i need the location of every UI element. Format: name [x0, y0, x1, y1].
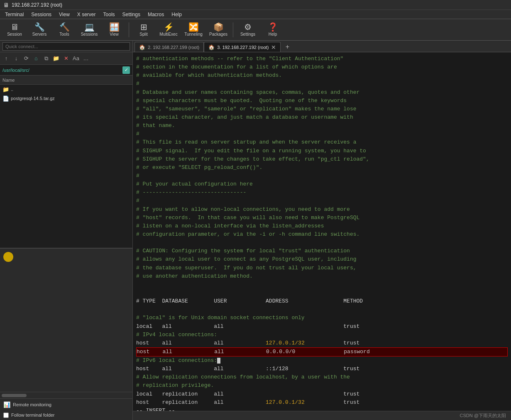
- status-text: CSDN @下雨天的太阳: [460, 413, 506, 419]
- term-line: # SIGHUP the server for the changes to t…: [136, 155, 508, 164]
- term-line: # Allow replication connections from loc…: [136, 373, 508, 381]
- toolbar-split[interactable]: ⊞ Split: [132, 21, 155, 39]
- follow-terminal-checkbox[interactable]: [3, 413, 9, 418]
- term-line: #: [136, 197, 508, 205]
- file-row-postgres[interactable]: 📄 postgresql-14.5.tar.gz: [0, 94, 132, 103]
- menu-terminal[interactable]: Terminal: [2, 11, 27, 18]
- toolbar-settings[interactable]: ⚙ Settings: [237, 21, 259, 39]
- toolbar-tunneling[interactable]: 🔀 Tunneling: [182, 21, 205, 39]
- term-line: host all all ::1/128 trust: [136, 365, 508, 373]
- hscroll-bar[interactable]: [2, 394, 27, 397]
- term-line: # available for which authentication met…: [136, 71, 508, 80]
- toolbar-sessions[interactable]: 💻 Sessions: [78, 21, 100, 39]
- toolbar-packages[interactable]: 📦 Packages: [207, 21, 230, 39]
- file-toolbar: ↑ ↓ ⟳ ⌂ ⧉ 📁 ✕ Aa …: [0, 52, 132, 65]
- multiexec-label: MultiExec: [159, 32, 177, 37]
- menu-macros[interactable]: Macros: [144, 11, 167, 18]
- menu-settings[interactable]: Settings: [119, 11, 144, 18]
- settings-icon: ⚙: [244, 23, 252, 31]
- toolbar-session[interactable]: 🖥 Session: [3, 21, 26, 39]
- menu-sessions[interactable]: Sessions: [28, 11, 55, 18]
- file-row-parent[interactable]: 📁 ..: [0, 85, 132, 94]
- follow-terminal-label: Follow terminal folder: [11, 413, 55, 418]
- term-line: # Database and user names containing spa…: [136, 88, 508, 97]
- file-up-btn[interactable]: ↑: [2, 54, 11, 63]
- left-panel: ↑ ↓ ⟳ ⌂ ⧉ 📁 ✕ Aa … ✓ Name 📁 .. 📄: [0, 41, 133, 420]
- file-home-btn[interactable]: ⌂: [32, 54, 41, 63]
- term-line: # its special character, and just match …: [136, 113, 508, 122]
- term-line: # listen on a non-local interface via th…: [136, 222, 508, 230]
- tunneling-label: Tunneling: [184, 32, 203, 37]
- toolbar-sep2: [233, 22, 233, 37]
- term-line: # authentication methods -- refer to the…: [136, 55, 508, 63]
- path-ok-btn[interactable]: ✓: [122, 66, 130, 74]
- split-icon: ⊞: [140, 23, 147, 31]
- menu-xserver[interactable]: X server: [74, 11, 99, 18]
- term-line: # special characters must be quoted. Quo…: [136, 97, 508, 105]
- file-refresh-btn[interactable]: ⟳: [22, 54, 31, 63]
- tools-label: Tools: [59, 32, 69, 37]
- file-newfolder-btn[interactable]: 📁: [51, 54, 61, 63]
- name-column-header: Name: [2, 78, 15, 83]
- terminal[interactable]: # authentication methods -- refer to the…: [133, 52, 511, 411]
- tab3-label: 3. 192.168.227.192 (root): [217, 45, 269, 50]
- tab3-close[interactable]: ✕: [271, 44, 276, 50]
- session-icon: 🖥: [10, 23, 19, 31]
- menu-view[interactable]: View: [56, 11, 73, 18]
- toolbar-servers[interactable]: 🔧 Servers: [28, 21, 51, 39]
- term-line: local all all trust: [136, 322, 508, 331]
- file-icon-postgres: 📄: [2, 95, 9, 102]
- toolbar-tools[interactable]: 🔨 Tools: [53, 21, 76, 39]
- parent-dir-name: ..: [11, 87, 13, 92]
- remote-monitoring[interactable]: 📊 Remote monitoring: [0, 398, 132, 410]
- multiexec-icon: ⚡: [164, 23, 174, 31]
- term-line: # --------------------------------: [136, 188, 508, 197]
- tab-add-btn[interactable]: +: [282, 42, 292, 52]
- tab-3[interactable]: 🏠 3. 192.168.227.192 (root) ✕: [204, 42, 281, 52]
- term-line: # replication privilege.: [136, 381, 508, 390]
- session-label: Session: [7, 32, 22, 37]
- left-hscroll[interactable]: [0, 392, 132, 398]
- term-line: # This file is read on server startup an…: [136, 138, 508, 147]
- toolbar-multiexec[interactable]: ⚡ MultiExec: [157, 21, 180, 39]
- toolbar-view[interactable]: 🪟 View: [103, 21, 125, 39]
- help-icon: ❓: [268, 23, 278, 31]
- file-delete-btn[interactable]: ✕: [61, 54, 71, 63]
- term-line-host1: host all all 127.0.0.1/32 trust: [136, 339, 508, 347]
- file-list-header: Name: [0, 76, 132, 85]
- menu-tools[interactable]: Tools: [100, 11, 118, 18]
- term-line: # SIGHUP signal. If you edit the file on…: [136, 147, 508, 155]
- file-rename-btn[interactable]: Aa: [71, 54, 81, 63]
- file-down-btn[interactable]: ↓: [12, 54, 21, 63]
- term-line: # If you want to allow non-local connect…: [136, 205, 508, 214]
- packages-label: Packages: [209, 32, 227, 37]
- term-line: [136, 239, 508, 247]
- sessions-icon: 💻: [84, 23, 95, 31]
- main-area: ↑ ↓ ⟳ ⌂ ⧉ 📁 ✕ Aa … ✓ Name 📁 .. 📄: [0, 41, 511, 420]
- file-list: Name 📁 .. 📄 postgresql-14.5.tar.gz: [0, 76, 132, 248]
- tab2-label: 2. 192.168.227.199 (root): [148, 45, 199, 50]
- sidebar-circle: [3, 252, 13, 262]
- path-input[interactable]: [2, 68, 121, 73]
- menu-help[interactable]: Help: [168, 11, 185, 18]
- term-line: [136, 305, 508, 314]
- tab-bar: 🏠 2. 192.168.227.199 (root) 🏠 3. 192.168…: [133, 41, 511, 52]
- term-line: # "host" records. In that case you will …: [136, 214, 508, 222]
- term-line: # use another authentication method.: [136, 272, 508, 281]
- tab-2[interactable]: 🏠 2. 192.168.227.199 (root): [134, 42, 204, 52]
- file-more-btn[interactable]: …: [81, 54, 90, 63]
- quick-connect-input[interactable]: [2, 42, 130, 51]
- settings-label: Settings: [240, 32, 255, 37]
- status-bar: CSDN @下雨天的太阳: [133, 411, 511, 420]
- term-line: #: [136, 172, 508, 180]
- term-line: # configuration parameter, or via the -i…: [136, 230, 508, 239]
- toolbar-help[interactable]: ❓ Help: [262, 21, 284, 39]
- term-line: [136, 281, 508, 289]
- term-col-header: # TYPE DATABASE USER ADDRESS METHOD: [136, 297, 508, 305]
- parent-dir-icon: 📁: [2, 86, 9, 93]
- term-line: #: [136, 130, 508, 138]
- term-line: # CAUTION: Configuring the system for lo…: [136, 247, 508, 255]
- file-copy-btn[interactable]: ⧉: [42, 54, 51, 63]
- term-line: # IPv6 local connections:: [136, 357, 508, 365]
- sessions-label: Sessions: [81, 32, 98, 37]
